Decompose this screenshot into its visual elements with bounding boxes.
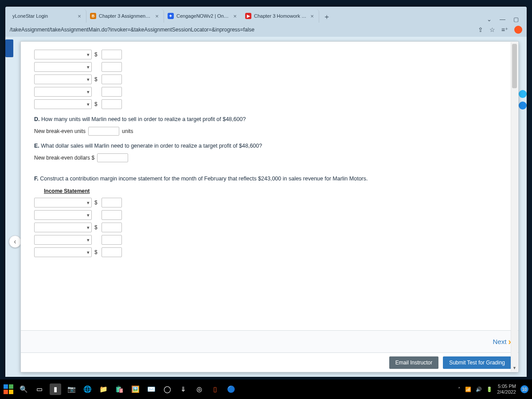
share-icon[interactable]: ⇪ [478,26,483,33]
question-text: What dollar sales will Marlin need to ge… [41,143,262,149]
tab-close-icon[interactable]: × [154,13,160,19]
scroll-down-icon[interactable]: ▼ [511,364,518,372]
question-lead: F. [34,176,39,182]
tab-close-icon[interactable]: × [232,13,238,19]
amount-input[interactable] [102,62,122,72]
tab-cengage[interactable]: ✦ CengageNOWv2 | Online teachin × [164,9,242,23]
question-f: F. Construct a contribution margin incom… [34,176,505,182]
profile-avatar-icon[interactable] [514,26,522,34]
tab-close-icon[interactable]: × [76,13,82,19]
back-button[interactable]: ‹ [9,235,21,248]
office-icon[interactable]: ▯ [209,383,221,395]
category-select[interactable] [34,62,92,72]
viewport: ‹ ▲ ▼ $ [5,37,527,377]
submit-test-button[interactable]: Submit Test for Grading [443,356,511,369]
file-explorer-icon[interactable]: 📁 [98,383,109,395]
category-select[interactable] [34,99,92,109]
tab-lonestar[interactable]: yLoneStar Login × [9,9,86,23]
question-text: How many units will Marlin need to sell … [41,116,246,122]
category-select[interactable] [34,198,92,207]
star-icon[interactable]: ☆ [489,26,495,33]
task-view-icon[interactable]: ▭ [34,383,45,395]
tab-youtube[interactable]: ▶ Chapter 3 Homowork Question E × [242,9,319,23]
dollar-icon: $ [94,249,99,255]
email-instructor-button[interactable]: Email Instructor [389,356,438,369]
amount-input[interactable] [102,247,122,257]
system-tray: ˄ 📶 🔊 🔋 5:05 PM 2/4/2022 10 [458,383,528,395]
units-input[interactable] [88,127,119,136]
reading-list-icon[interactable]: ≡⁺ [501,26,508,33]
category-select[interactable] [34,87,92,97]
tab-strip: yLoneStar Login × B Chapter 3 Assignment… [5,7,527,23]
category-select[interactable] [34,74,92,84]
widget-icon[interactable]: ◎ [193,383,205,395]
amount-input[interactable] [102,50,122,59]
taskbar: 🔍 ▭ ▮ 📷 🌐 📁 🛍️ 🖼️ ✉️ ◯ ⇓ ◎ ▯ 🔵 ˄ 📶 🔊 🔋 5… [0,379,532,399]
income-statement-table: $ $ [34,198,505,257]
category-select[interactable] [34,247,92,257]
dollars-input[interactable] [97,153,128,162]
amount-input[interactable] [102,99,122,109]
scrollbar[interactable]: ▲ ▼ [511,42,518,372]
address-bar[interactable]: /takeAssignment/takeAssignmentMain.do?in… [10,27,473,33]
question-text: Construct a contribution margin income s… [40,176,368,182]
amount-input[interactable] [102,235,122,245]
volume-icon[interactable]: 🔊 [476,387,482,392]
left-gutter [5,37,18,377]
amount-input[interactable] [102,198,122,207]
address-icons: ⇪ ☆ ≡⁺ [478,26,522,34]
category-select[interactable] [34,235,92,245]
scroll-thumb[interactable] [512,44,517,88]
top-table: $ $ [34,50,505,109]
app-icon[interactable]: ▮ [50,383,61,395]
chevron-up-icon[interactable]: ˄ [458,387,461,392]
battery-icon[interactable]: 🔋 [486,387,493,392]
dollar-icon: $ [94,101,99,107]
camera-icon[interactable]: 📷 [66,383,77,395]
cortana-icon[interactable]: ◯ [161,383,173,395]
mail-icon[interactable]: ✉️ [145,383,157,395]
search-icon[interactable]: 🔍 [18,383,29,395]
category-select[interactable] [34,210,92,220]
category-select[interactable] [34,50,92,59]
amount-input[interactable] [102,210,122,220]
edge-icon[interactable]: 🌐 [82,383,93,395]
tab-title: yLoneStar Login [12,13,74,19]
chevron-down-icon[interactable]: ⌄ [487,16,492,23]
question-e: E. What dollar sales will Marlin need to… [34,143,505,149]
new-tab-button[interactable]: ＋ [321,11,332,23]
page-action-bar: Email Instructor Submit Test for Grading [21,352,518,372]
favicon-b-icon: B [90,13,96,19]
widget-dot-icon[interactable] [519,90,527,98]
tab-title: CengageNOWv2 | Online teachin [176,13,229,19]
notification-badge[interactable]: 10 [520,385,528,393]
amount-input[interactable] [102,223,122,232]
store-icon[interactable]: 🛍️ [113,383,125,395]
question-lead: E. [34,143,39,149]
window-controls: ⌄ — ▢ [482,16,523,23]
dollar-icon: $ [94,76,99,82]
clock-date: 2/4/2022 [497,389,516,395]
photos-icon[interactable]: 🖼️ [129,383,141,395]
help-bubble-icon[interactable] [519,102,527,110]
page-content: $ $ [21,42,518,330]
dropbox-icon[interactable]: ⇓ [177,383,189,395]
next-label: Next [493,338,506,345]
maximize-icon[interactable]: ▢ [513,16,519,23]
tab-assignment[interactable]: B Chapter 3 Assignment - ACCT-23 × [86,9,164,23]
amount-input[interactable] [102,87,122,97]
category-select[interactable] [34,223,92,232]
start-button[interactable] [4,384,13,394]
input-label: New break-even units [34,128,86,134]
tab-title: Chapter 3 Homowork Question E [254,13,306,19]
table-row: $ [34,50,505,59]
clock[interactable]: 5:05 PM 2/4/2022 [497,383,516,395]
minimize-icon[interactable]: — [500,16,505,23]
tab-close-icon[interactable]: × [309,13,315,19]
next-button[interactable]: Next › [493,336,511,347]
wifi-icon[interactable]: 📶 [465,387,471,392]
question-d-input-row: New break-even units units [34,127,505,136]
units-suffix: units [122,128,133,134]
chrome-icon[interactable]: 🔵 [225,383,237,395]
amount-input[interactable] [102,74,122,84]
